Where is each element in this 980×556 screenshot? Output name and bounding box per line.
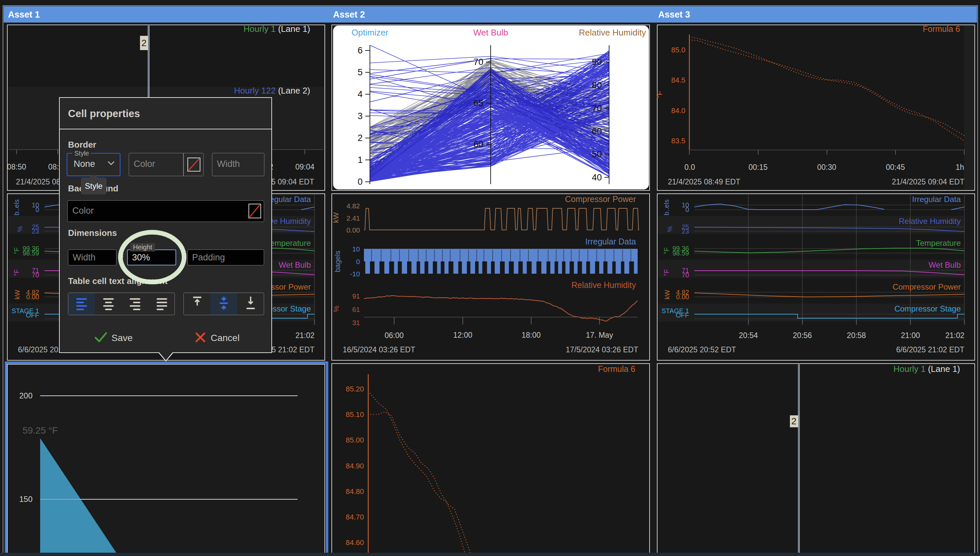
svg-text:00:45: 00:45 (886, 163, 905, 171)
svg-text:%: % (666, 226, 673, 232)
svg-text:°F: °F (663, 247, 670, 254)
svg-text:4: 4 (358, 89, 363, 99)
svg-text:Wet Bulb: Wet Bulb (928, 260, 961, 269)
svg-text:°F: °F (13, 269, 20, 276)
svg-text:°F: °F (13, 247, 20, 254)
svg-text:60: 60 (592, 126, 602, 136)
svg-text:20:56: 20:56 (793, 331, 812, 340)
svg-text:21:02: 21:02 (295, 331, 315, 340)
svg-text:00:30: 00:30 (817, 163, 836, 171)
svg-text:21/4/2025 09:04 EDT: 21/4/2025 09:04 EDT (892, 178, 964, 186)
svg-text:Wet Bulb: Wet Bulb (279, 260, 311, 269)
svg-text:bagels: bagels (333, 251, 342, 272)
svg-text:17. May: 17. May (586, 331, 613, 339)
svg-text:08:50: 08:50 (7, 163, 26, 171)
svg-text:83.5: 83.5 (671, 137, 685, 145)
svg-text:Compressor Power: Compressor Power (893, 282, 961, 291)
svg-text:23: 23 (682, 228, 689, 235)
svg-text:85.00: 85.00 (346, 436, 364, 444)
svg-text:OFF: OFF (676, 312, 689, 319)
svg-text:0: 0 (685, 206, 689, 213)
svg-text:84.0: 84.0 (671, 107, 685, 115)
svg-text:50: 50 (592, 149, 602, 159)
svg-text:150: 150 (19, 495, 32, 504)
svg-text:09:04: 09:04 (295, 163, 315, 171)
svg-text:Hourly 1 (Lane 1): Hourly 1 (Lane 1) (893, 364, 960, 374)
svg-text:2: 2 (791, 416, 796, 426)
svg-text:Hourly 122 (Lane 2): Hourly 122 (Lane 2) (234, 86, 310, 95)
svg-text:Irregular Data: Irregular Data (585, 237, 636, 246)
svg-text:Asset 2: Asset 2 (333, 10, 365, 19)
svg-text:OFF: OFF (26, 312, 39, 319)
svg-text:6/6/2025 20:52 EDT: 6/6/2025 20:52 EDT (668, 345, 736, 354)
svg-text:6: 6 (358, 45, 363, 55)
svg-text:1h: 1h (956, 163, 964, 171)
svg-text:%: % (332, 305, 341, 312)
svg-text:°F: °F (655, 91, 664, 98)
svg-text:70: 70 (473, 57, 483, 67)
svg-text:kW: kW (332, 212, 340, 223)
svg-text:Relative Humidity: Relative Humidity (899, 217, 961, 226)
svg-text:Relative Humidity: Relative Humidity (579, 27, 646, 37)
svg-text:0.0: 0.0 (685, 163, 695, 171)
svg-text:0.00: 0.00 (346, 226, 360, 234)
svg-text:90: 90 (592, 57, 602, 67)
svg-text:1: 1 (358, 155, 363, 165)
svg-text:b..els: b..els (663, 199, 670, 215)
svg-text:21:00: 21:00 (901, 331, 920, 340)
svg-text:60: 60 (473, 139, 483, 149)
svg-text:17/5/2024 03:26 EDT: 17/5/2024 03:26 EDT (566, 345, 638, 354)
svg-text:84.80: 84.80 (346, 487, 364, 496)
svg-text:06:00: 06:00 (384, 331, 404, 340)
svg-text:Asset 1: Asset 1 (8, 10, 40, 19)
svg-text:Asset 3: Asset 3 (658, 10, 690, 19)
svg-text:0: 0 (356, 258, 360, 265)
svg-text:16/5/2024 03:26 EDT: 16/5/2024 03:26 EDT (343, 345, 415, 354)
svg-text:b..els: b..els (13, 199, 20, 215)
svg-text:2.41: 2.41 (346, 214, 360, 222)
svg-text:Temperature: Temperature (266, 239, 311, 247)
svg-text:4.82: 4.82 (346, 202, 360, 210)
svg-text:98.59: 98.59 (23, 249, 39, 257)
svg-text:kW: kW (664, 289, 671, 299)
svg-text:6/6/2025 21:02 EDT: 6/6/2025 21:02 EDT (896, 345, 964, 354)
svg-text:70: 70 (32, 272, 39, 279)
svg-text:85.20: 85.20 (346, 385, 364, 393)
svg-text:Compressor Stage: Compressor Stage (894, 304, 961, 313)
svg-text:84.60: 84.60 (346, 538, 364, 547)
svg-text:23: 23 (32, 228, 39, 235)
svg-text:0: 0 (358, 177, 363, 187)
svg-text:3: 3 (358, 111, 363, 121)
svg-text:20:54: 20:54 (739, 331, 758, 340)
svg-text:2: 2 (141, 38, 147, 48)
svg-text:00:15: 00:15 (748, 163, 768, 171)
svg-text:kW: kW (14, 289, 21, 299)
svg-text:80: 80 (592, 80, 602, 90)
svg-text:0.00: 0.00 (26, 293, 39, 301)
svg-text:91: 91 (352, 292, 360, 300)
svg-text:84.70: 84.70 (346, 513, 364, 521)
svg-text:5: 5 (358, 67, 363, 77)
svg-text:59.25 °F: 59.25 °F (23, 425, 58, 436)
svg-text:Optimizer: Optimizer (351, 27, 389, 37)
svg-text:Irregular Data: Irregular Data (912, 195, 961, 204)
svg-text:18:00: 18:00 (521, 331, 541, 339)
svg-text:85.10: 85.10 (346, 411, 364, 419)
svg-text:10: 10 (352, 245, 360, 253)
svg-text:Hourly 1 (Lane 1): Hourly 1 (Lane 1) (244, 24, 310, 34)
svg-text:85.0: 85.0 (671, 46, 685, 54)
svg-text:°F: °F (663, 269, 670, 276)
svg-text:98.59: 98.59 (672, 249, 689, 257)
svg-text:40: 40 (592, 173, 602, 183)
svg-text:-10: -10 (350, 270, 360, 278)
svg-text:21:02: 21:02 (945, 331, 964, 340)
svg-text:%: % (16, 226, 24, 232)
svg-text:Formula 6: Formula 6 (598, 364, 635, 373)
svg-text:84.90: 84.90 (346, 462, 364, 470)
svg-text:12:00: 12:00 (453, 331, 472, 339)
svg-text:0: 0 (36, 206, 39, 213)
svg-text:0.00: 0.00 (676, 293, 689, 301)
svg-text:20:58: 20:58 (847, 331, 866, 340)
svg-text:Temperature: Temperature (916, 239, 961, 247)
svg-text:70: 70 (682, 272, 689, 279)
